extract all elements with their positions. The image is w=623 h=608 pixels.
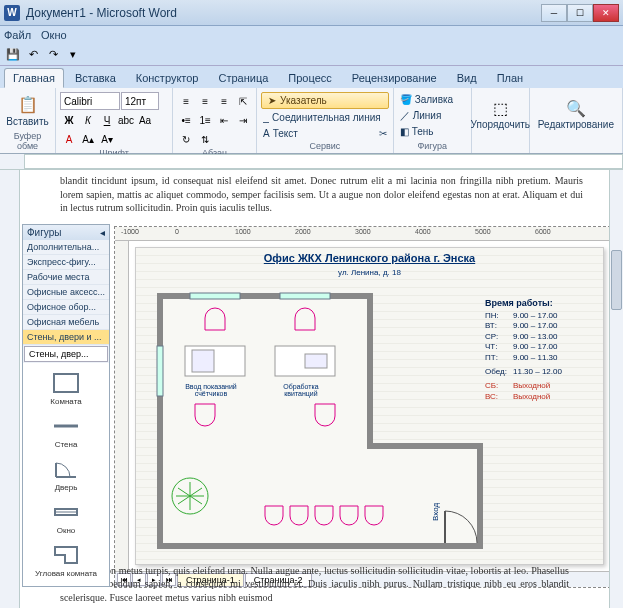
drawing-ruler-horizontal[interactable]: -1000 0 1000 2000 3000 4000 5000 6000 xyxy=(115,227,610,241)
shape-room[interactable]: Комната xyxy=(23,367,109,410)
text-tool-button[interactable]: A Текст ✂ xyxy=(261,126,389,141)
entrance-label: Вход xyxy=(431,503,440,521)
line-icon: ／ xyxy=(400,109,410,123)
font-color-button[interactable]: A xyxy=(60,130,78,148)
numbering-button[interactable]: 1≡ xyxy=(196,111,214,129)
indent-inc-button[interactable]: ⇥ xyxy=(234,111,252,129)
window-title: Документ1 - Microsoft Word xyxy=(26,6,541,20)
shapes-cat-walls[interactable]: Стены, двери и ... xyxy=(23,330,109,345)
grow-font-button[interactable]: Aa xyxy=(136,111,154,129)
crop-icon[interactable]: ✂ xyxy=(379,128,387,139)
tab-layout[interactable]: Страница xyxy=(209,68,277,88)
text-icon: A xyxy=(263,128,270,139)
shape-door[interactable]: Дверь xyxy=(23,453,109,496)
find-icon: 🔍 xyxy=(566,98,586,118)
undo-icon[interactable]: ↶ xyxy=(24,46,42,64)
underline-button[interactable]: Ч xyxy=(98,111,116,129)
minimize-button[interactable]: ─ xyxy=(541,4,567,22)
editing-button[interactable]: 🔍 Редактирование xyxy=(534,90,618,138)
scrollbar-thumb[interactable] xyxy=(611,250,622,310)
shapes-cat-accessories[interactable]: Офисные аксесс... xyxy=(23,285,109,300)
shapes-cat-furniture[interactable]: Офисная мебель xyxy=(23,315,109,330)
font-name-select[interactable]: Calibri xyxy=(60,92,120,110)
save-icon[interactable]: 💾 xyxy=(4,46,22,64)
workspace: blandit tincidunt ipsum, id consequat ni… xyxy=(0,170,623,608)
tab-process[interactable]: Процесс xyxy=(279,68,340,88)
strike-button[interactable]: abc xyxy=(117,111,135,129)
line-button[interactable]: ／Линия xyxy=(398,108,467,123)
font-size-select[interactable]: 12пт xyxy=(121,92,159,110)
shape-corner-room[interactable]: Угловая комната xyxy=(23,539,109,582)
body-text-top: blandit tincidunt ipsum, id consequat ni… xyxy=(20,170,623,219)
chevron-left-icon[interactable]: ◂ xyxy=(100,227,105,238)
ribbon: 📋 Вставить Буфер обме Calibri 12пт Ж К Ч… xyxy=(0,88,623,154)
service-group-label: Сервис xyxy=(261,141,389,151)
fill-button[interactable]: 🪣Заливка xyxy=(398,92,467,107)
app-icon: W xyxy=(4,5,20,21)
desk1-label: Ввод показанийсчётчиков xyxy=(176,383,246,397)
word-ruler-vertical[interactable] xyxy=(0,170,20,608)
align-top-button[interactable]: ⇱ xyxy=(234,92,252,110)
indent-dec-button[interactable]: ⇤ xyxy=(215,111,233,129)
title-bar: W Документ1 - Microsoft Word ─ ☐ ✕ xyxy=(0,0,623,26)
maximize-button[interactable]: ☐ xyxy=(567,4,593,22)
arrange-icon: ⬚ xyxy=(490,98,510,118)
shape-wall[interactable]: Стена xyxy=(23,410,109,453)
align-right-button[interactable]: ≡ xyxy=(215,92,233,110)
drawing-ruler-vertical[interactable] xyxy=(115,241,129,571)
shapes-panel-header[interactable]: Фигуры◂ xyxy=(23,225,109,240)
align-center-button[interactable]: ≡ xyxy=(196,92,214,110)
svg-rect-0 xyxy=(54,374,78,392)
bold-button[interactable]: Ж xyxy=(60,111,78,129)
drawing-canvas[interactable]: Офис ЖКХ Ленинского района г. Энска ул. … xyxy=(129,241,610,571)
shapes-cat-workplaces[interactable]: Рабочие места xyxy=(23,270,109,285)
connector-icon: ⎯ xyxy=(263,112,269,123)
menu-file[interactable]: Файл xyxy=(4,29,31,41)
arrange-button[interactable]: ⬚ Упорядочить xyxy=(476,90,525,138)
plan-title: Офис ЖКХ Ленинского района г. Энска xyxy=(136,252,603,264)
shapes-panel: Фигуры◂ Дополнительна... Экспресс-фигу..… xyxy=(22,224,110,587)
svg-rect-6 xyxy=(280,293,330,299)
quick-access-toolbar: 💾 ↶ ↷ ▾ xyxy=(0,44,623,66)
tab-view[interactable]: Вид xyxy=(448,68,486,88)
plan-address: ул. Ленина, д. 18 xyxy=(136,268,603,277)
align-left-button[interactable]: ≡ xyxy=(177,92,195,110)
shadow-icon: ◧ xyxy=(400,126,409,137)
bullets-button[interactable]: •≡ xyxy=(177,111,195,129)
tab-insert[interactable]: Вставка xyxy=(66,68,125,88)
tab-home[interactable]: Главная xyxy=(4,68,64,88)
clipboard-group-label: Буфер обме xyxy=(4,131,51,151)
shape-window[interactable]: Окно xyxy=(23,496,109,539)
svg-rect-14 xyxy=(250,443,320,449)
grow-font-icon[interactable]: A▴ xyxy=(79,130,97,148)
qat-customize-icon[interactable]: ▾ xyxy=(64,46,82,64)
pointer-tool-button[interactable]: ➤ Указатель xyxy=(261,92,389,109)
word-ruler-horizontal[interactable] xyxy=(0,154,623,170)
document-area: blandit tincidunt ipsum, id consequat ni… xyxy=(20,170,623,608)
rotate-button[interactable]: ↻ xyxy=(177,130,195,148)
shadow-button[interactable]: ◧Тень xyxy=(398,124,467,139)
tab-constructor[interactable]: Конструктор xyxy=(127,68,208,88)
connector-tool-button[interactable]: ⎯ Соединительная линия xyxy=(261,110,389,125)
shapes-cat-equipment[interactable]: Офисное обор... xyxy=(23,300,109,315)
paste-button[interactable]: 📋 Вставить xyxy=(4,90,51,131)
menu-window[interactable]: Окно xyxy=(41,29,67,41)
shapes-cat-extra[interactable]: Дополнительна... xyxy=(23,240,109,255)
italic-button[interactable]: К xyxy=(79,111,97,129)
shapes-stencil: Комната Стена Дверь Окно Угловая комната xyxy=(23,363,109,586)
svg-rect-5 xyxy=(190,293,240,299)
embedded-drawing[interactable]: -1000 0 1000 2000 3000 4000 5000 6000 Оф… xyxy=(114,226,611,588)
tab-plan[interactable]: План xyxy=(488,68,533,88)
shapes-cat-quick[interactable]: Экспресс-фигу... xyxy=(23,255,109,270)
svg-rect-11 xyxy=(305,354,327,368)
close-button[interactable]: ✕ xyxy=(593,4,619,22)
shapes-picker[interactable]: Стены, двер... xyxy=(24,346,108,362)
line-spacing-button[interactable]: ⇅ xyxy=(196,130,214,148)
pointer-icon: ➤ xyxy=(268,95,276,106)
menu-bar: Файл Окно xyxy=(0,26,623,44)
shrink-font-icon[interactable]: A▾ xyxy=(98,130,116,148)
figure-group-label: Фигура xyxy=(398,141,467,151)
redo-icon[interactable]: ↷ xyxy=(44,46,62,64)
tab-review[interactable]: Рецензирование xyxy=(343,68,446,88)
vertical-scrollbar[interactable] xyxy=(609,170,623,608)
